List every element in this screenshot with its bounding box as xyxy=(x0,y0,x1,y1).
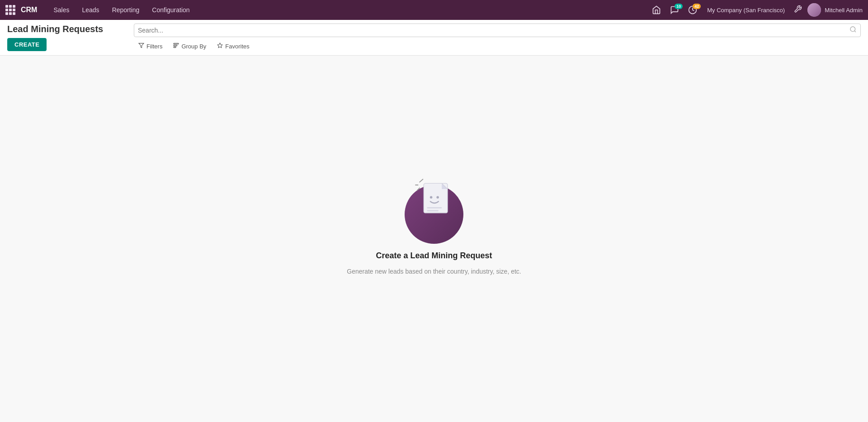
username[interactable]: Mitchell Admin xyxy=(825,7,863,14)
nav-configuration[interactable]: Configuration xyxy=(146,4,195,16)
filters-label: Filters xyxy=(146,43,162,50)
empty-state: Create a Lead Mining Request Generate ne… xyxy=(347,171,521,275)
favorites-label: Favorites xyxy=(225,43,249,50)
empty-doc-icon xyxy=(414,176,454,221)
chat-badge: 10 xyxy=(675,4,683,9)
svg-line-8 xyxy=(420,179,423,182)
empty-state-title: Create a Lead Mining Request xyxy=(376,251,492,261)
nav-leads[interactable]: Leads xyxy=(76,4,104,16)
top-navigation: CRM Sales Leads Reporting Configuration … xyxy=(0,0,868,20)
activity-badge: 42 xyxy=(693,4,701,9)
activity-icon-btn[interactable]: 42 xyxy=(685,4,700,16)
search-input[interactable] xyxy=(138,27,849,34)
subheader-left: Lead Mining Requests CREATE xyxy=(7,24,134,55)
filter-icon xyxy=(138,43,144,50)
svg-rect-15 xyxy=(427,210,439,211)
svg-line-2 xyxy=(854,31,856,32)
search-icon[interactable] xyxy=(849,26,857,35)
app-grid-icon[interactable] xyxy=(5,5,15,15)
create-button[interactable]: CREATE xyxy=(7,38,47,51)
page-title: Lead Mining Requests xyxy=(7,24,134,34)
home-icon-btn[interactable] xyxy=(649,4,664,16)
filters-button[interactable]: Filters xyxy=(134,41,167,52)
empty-illustration xyxy=(398,171,470,244)
svg-marker-3 xyxy=(139,43,144,48)
svg-marker-7 xyxy=(217,43,222,47)
group-by-button[interactable]: Group By xyxy=(169,41,211,52)
app-name[interactable]: CRM xyxy=(21,6,37,14)
svg-line-10 xyxy=(417,188,420,190)
group-by-label: Group By xyxy=(181,43,206,50)
search-bar xyxy=(134,24,861,37)
subheader: Lead Mining Requests CREATE Filters xyxy=(0,20,868,56)
tools-icon[interactable] xyxy=(792,3,804,17)
main-content: Create a Lead Mining Request Generate ne… xyxy=(0,56,868,372)
favorites-button[interactable]: Favorites xyxy=(212,41,254,52)
subheader-center: Filters Group By Favorit xyxy=(134,24,861,55)
svg-point-12 xyxy=(430,196,432,198)
empty-state-description: Generate new leads based on their countr… xyxy=(347,268,521,275)
svg-rect-5 xyxy=(174,45,177,46)
topnav-right-section: 10 42 My Company (San Francisco) Mitchel… xyxy=(649,3,863,17)
svg-point-13 xyxy=(436,196,439,198)
nav-reporting[interactable]: Reporting xyxy=(107,4,145,16)
chat-icon-btn[interactable]: 10 xyxy=(667,4,682,16)
svg-rect-4 xyxy=(174,43,179,44)
star-icon xyxy=(217,43,223,50)
svg-rect-14 xyxy=(427,207,442,209)
group-by-icon xyxy=(173,43,179,50)
filter-toolbar: Filters Group By Favorit xyxy=(134,38,861,55)
svg-rect-6 xyxy=(174,47,176,47)
svg-point-1 xyxy=(850,27,855,32)
company-name[interactable]: My Company (San Francisco) xyxy=(703,7,788,14)
nav-sales[interactable]: Sales xyxy=(48,4,75,16)
avatar[interactable] xyxy=(807,3,821,17)
